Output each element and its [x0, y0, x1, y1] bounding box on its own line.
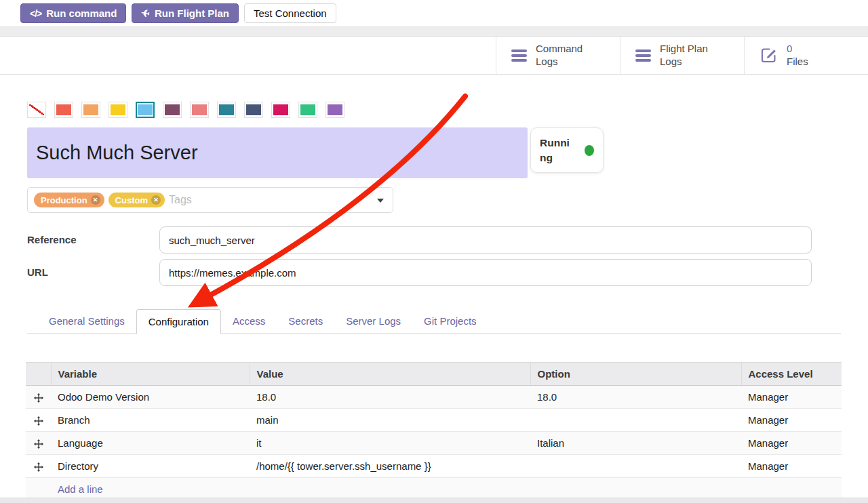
cell-option[interactable] [530, 455, 741, 478]
run-command-button[interactable]: </> Run command [20, 3, 126, 23]
tab-label: Server Logs [346, 315, 401, 327]
swatch-color [192, 104, 207, 115]
cell-variable[interactable]: Directory [51, 455, 250, 478]
url-input[interactable] [159, 259, 812, 286]
cell-access-level[interactable]: Manager [741, 455, 842, 478]
color-swatch-purple[interactable] [326, 102, 344, 118]
tab-label: Git Projects [424, 315, 477, 327]
tab-access[interactable]: Access [221, 309, 277, 334]
plane-icon: ✈ [140, 7, 151, 20]
color-swatch-light-blue[interactable] [136, 102, 155, 118]
menu-icon [635, 49, 651, 62]
table-row: Odoo Demo Version 18.0 18.0 Manager [26, 386, 842, 409]
files-button[interactable]: 0 Files [744, 37, 868, 74]
flight-plan-logs-label: Flight Plan Logs [660, 43, 722, 68]
notebook-tabs: General SettingsConfigurationAccessSecre… [27, 309, 841, 334]
column-header-option[interactable]: Option [530, 363, 741, 386]
swatch-color [138, 104, 153, 115]
top-button-bar: </> Run command ✈ Run Flight Plan Test C… [0, 0, 868, 26]
column-header-value[interactable]: Value [250, 363, 530, 386]
tags-placeholder: Tags [169, 194, 192, 206]
cell-value[interactable]: it [250, 432, 530, 455]
cell-value[interactable]: 18.0 [250, 386, 530, 409]
tag-pill: Custom ✕ [108, 193, 165, 207]
run-flight-plan-button[interactable]: ✈ Run Flight Plan [132, 3, 239, 23]
move-icon [34, 439, 43, 449]
flight-plan-logs-button[interactable]: Flight Plan Logs [620, 37, 744, 74]
tab-git-projects[interactable]: Git Projects [412, 309, 488, 334]
files-count: 0 [787, 43, 792, 54]
status-dot-icon [585, 145, 594, 156]
drag-handle[interactable] [26, 386, 51, 409]
code-icon: </> [30, 8, 41, 19]
run-flight-plan-label: Run Flight Plan [155, 7, 229, 19]
add-a-line-link[interactable]: Add a line [58, 483, 103, 495]
cell-option[interactable]: 18.0 [530, 386, 741, 409]
test-connection-button[interactable]: Test Connection [244, 3, 336, 23]
reference-input[interactable] [159, 226, 812, 254]
column-header-access-level[interactable]: Access Level [741, 363, 842, 386]
color-swatch-navy[interactable] [244, 102, 263, 118]
move-icon [34, 416, 43, 426]
tag-label: Custom [115, 195, 148, 205]
cell-access-level[interactable]: Manager [741, 409, 842, 432]
cell-option[interactable]: Italian [530, 432, 741, 455]
status-label: Running [540, 136, 575, 165]
tag-remove-icon[interactable]: ✕ [151, 195, 161, 205]
color-swatch-salmon[interactable] [190, 102, 209, 118]
tab-label: Access [233, 315, 265, 327]
cell-option[interactable] [530, 409, 741, 432]
tag-remove-icon[interactable]: ✕ [91, 195, 100, 205]
tab-server-logs[interactable]: Server Logs [334, 309, 412, 334]
drag-handle[interactable] [26, 432, 51, 455]
swatch-color [219, 104, 234, 115]
tag-pill: Production ✕ [34, 193, 104, 207]
reference-label: Reference [27, 226, 159, 254]
color-swatch-dark-purple[interactable] [163, 102, 182, 118]
column-header-variable[interactable]: Variable [51, 363, 250, 386]
tag-pills: Production ✕ Custom ✕ [34, 193, 165, 207]
tags-input[interactable]: Production ✕ Custom ✕ Tags [27, 187, 393, 213]
cell-access-level[interactable]: Manager [741, 386, 842, 409]
color-swatch-row [27, 102, 841, 118]
color-swatch-teal[interactable] [217, 102, 236, 118]
color-swatch-green[interactable] [298, 102, 317, 118]
tab-label: Configuration [149, 316, 209, 327]
cell-value[interactable]: main [250, 409, 530, 432]
tag-label: Production [41, 195, 87, 205]
cell-variable[interactable]: Branch [51, 409, 250, 432]
page-header: Command Logs Flight Plan Logs 0 Files [0, 37, 868, 75]
swatch-color [83, 104, 98, 115]
tab-general-settings[interactable]: General Settings [37, 309, 136, 334]
color-swatch-fuchsia[interactable] [271, 102, 290, 118]
configuration-table: VariableValueOptionAccess Level Odoo Dem… [26, 362, 842, 501]
divider-strip [0, 26, 868, 37]
cell-value[interactable]: /home/{{ tower.server.ssh_username }} [250, 455, 530, 478]
caret-down-icon[interactable] [377, 199, 384, 203]
reference-field-row: Reference [27, 226, 841, 254]
tab-configuration[interactable]: Configuration [136, 309, 221, 334]
drag-handle[interactable] [26, 455, 51, 478]
swatch-color [111, 104, 125, 115]
config-table-body: Odoo Demo Version 18.0 18.0 Manager Bran… [26, 386, 842, 478]
color-swatch-none[interactable] [27, 102, 46, 118]
cell-access-level[interactable]: Manager [741, 432, 842, 455]
test-connection-label: Test Connection [254, 7, 327, 19]
page-title: Such Much Server [36, 142, 198, 164]
command-logs-label: Command Logs [536, 43, 598, 68]
swatch-color [328, 104, 342, 115]
server-name-field[interactable]: Such Much Server [27, 127, 528, 178]
move-icon [34, 393, 43, 403]
cell-variable[interactable]: Odoo Demo Version [51, 386, 250, 409]
cell-variable[interactable]: Language [51, 432, 250, 455]
color-swatch-yellow[interactable] [108, 102, 127, 118]
drag-handle[interactable] [26, 409, 51, 432]
tab-secrets[interactable]: Secrets [277, 309, 334, 334]
color-swatch-orange[interactable] [81, 102, 100, 118]
command-logs-button[interactable]: Command Logs [496, 37, 620, 74]
color-swatch-red[interactable] [54, 102, 73, 118]
files-label: Files [787, 56, 808, 67]
swatch-color [165, 104, 180, 115]
edit-icon [760, 46, 778, 64]
form-view: Such Much Server Running Production ✕ Cu… [0, 102, 868, 501]
